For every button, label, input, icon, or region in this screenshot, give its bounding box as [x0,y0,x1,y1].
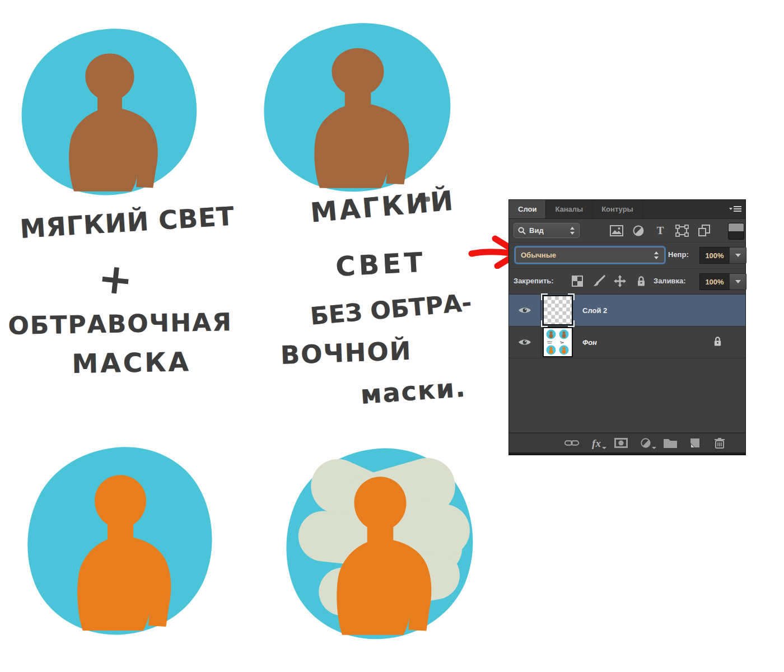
layer-mask-icon [614,437,628,449]
chevron-down-icon [735,280,741,283]
add-layer-mask-button[interactable] [614,436,628,450]
chevron-down-icon [652,447,656,449]
filter-type-buttons: T [610,224,711,237]
new-adjustment-layer-button[interactable] [638,436,653,450]
panel-tab-bar: Слои Каналы Контуры [509,200,745,219]
caption-right-line3: БЕЗ ОБТРА- [309,288,473,330]
lock-position-button[interactable] [613,274,627,288]
search-icon [518,227,526,235]
fill-label: Заливка: [654,277,686,285]
layer-name[interactable]: Слой 2 [582,306,607,315]
lock-icon [713,336,722,347]
opacity-label: Непр: [668,250,689,259]
filter-smart-objects-button[interactable] [697,224,711,237]
lock-icon [637,276,646,287]
layer-visibility-toggle[interactable] [509,295,541,326]
selection-corner [541,293,548,300]
filter-kind-dropdown[interactable]: Вид [514,223,580,238]
adjustment-circle-icon [640,437,651,449]
painting-bottom-left-orange [21,441,220,640]
caption-right-line5: маски. [360,372,467,410]
filter-type-layers-button[interactable]: T [654,224,667,237]
filter-kind-label: Вид [529,226,544,235]
background-thumbnail[interactable] [543,327,573,357]
filter-toggle-switch[interactable] [728,223,744,240]
fill-dropdown-arrow[interactable] [729,273,746,290]
layers-panel: Слои Каналы Контуры Вид [508,199,746,455]
adjustment-circle-icon [632,225,645,237]
layer-style-button[interactable]: fx [589,436,604,450]
chevron-down-icon [735,254,741,257]
text-icon: T [657,225,664,236]
link-icon [564,439,579,447]
layer-name[interactable]: Фон [582,338,597,347]
painting-bottom-right-orange-unclipped [280,442,480,644]
opacity-value-field[interactable]: 100% [699,247,730,264]
tab-paths[interactable]: Контуры [592,200,643,218]
caption-left-line3: МАСКА [72,346,191,379]
layers-list: Слой 2 [509,294,745,432]
caption-left-plus: + [96,253,136,305]
layers-empty-area [509,358,745,432]
move-arrows-icon [614,275,626,287]
chevron-down-icon [602,447,606,449]
panel-menu-icon [729,206,741,213]
image-icon [610,225,623,236]
blend-mode-value: Обычные [521,251,556,259]
painting-top-right-soft-light-clipped [258,18,458,196]
trash-icon [713,437,726,449]
layer-visibility-toggle[interactable] [509,326,541,358]
shape-bounds-icon [675,225,689,237]
delete-layer-button[interactable] [712,436,727,450]
fill-value-field[interactable]: 100% [699,273,730,290]
blend-mode-row: Обычные Непр: 100% [509,242,745,268]
link-layers-button[interactable] [564,436,579,450]
updown-arrows-icon [654,251,659,260]
lock-all-button[interactable] [634,274,648,288]
caption-right-line4: ВОЧНОЙ [280,336,412,370]
brush-icon [592,274,605,288]
filter-shape-layers-button[interactable] [675,224,689,237]
caption-right-line2: СВЕТ [335,246,427,282]
panel-bottom-edge [509,452,745,455]
eye-icon [518,338,531,346]
opacity-dropdown-arrow[interactable] [729,247,746,264]
folder-icon [663,437,678,449]
lock-transparency-button[interactable] [571,274,584,288]
updown-arrows-icon [570,226,575,235]
panel-bottom-bar: fx [509,432,745,452]
layer-row-layer-2[interactable]: Слой 2 [509,295,745,326]
new-layer-button[interactable] [688,436,702,450]
filter-row: Вид T [509,219,745,242]
lock-pixels-button[interactable] [592,274,605,288]
layer-row-background[interactable]: Фон [509,326,745,358]
panel-menu-button[interactable] [725,200,745,218]
eye-icon [518,306,531,314]
layer-locked-badge [713,336,722,348]
painting-top-left-soft-light-clipped [16,24,204,199]
new-group-button[interactable] [663,436,678,450]
caption-left-line1: МЯГКИЙ СВЕТ [19,201,235,244]
lock-label: Закрепить: [514,277,554,285]
tab-channels[interactable]: Каналы [546,200,592,218]
lock-row: Закрепить: [509,268,745,294]
filter-pixel-layers-button[interactable] [610,224,623,237]
blend-mode-dropdown[interactable]: Обычные [515,247,665,263]
caption-left-line2: ОБТРАВОЧНАЯ [8,307,232,340]
new-layer-icon [689,437,701,449]
duplicate-pages-icon [698,225,710,237]
selection-corner [568,293,575,300]
filter-adjustment-layers-button[interactable] [632,224,645,237]
tab-layers[interactable]: Слои [509,200,546,218]
checkerboard-icon [572,276,583,287]
fx-icon: fx [592,438,601,449]
